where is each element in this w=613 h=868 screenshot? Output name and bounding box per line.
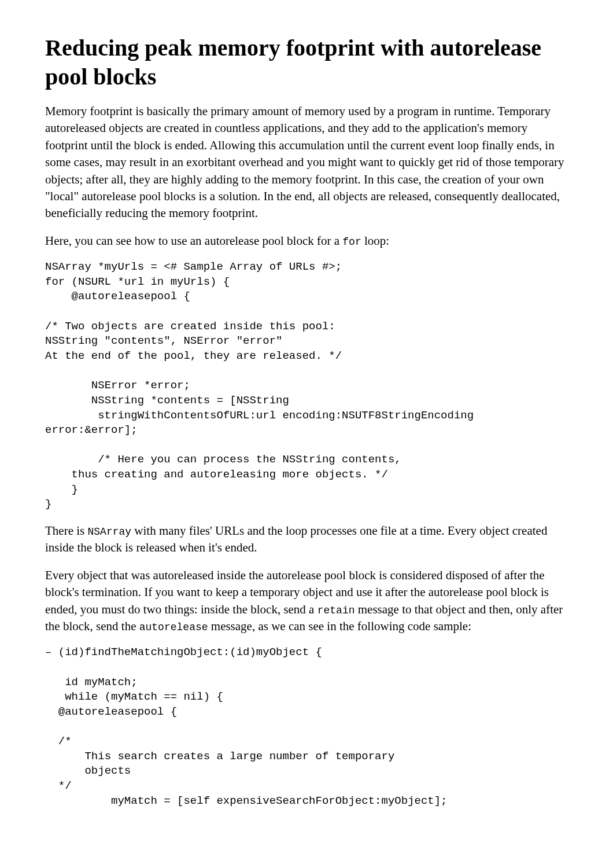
inline-code-nsarray: NSArray [87, 526, 131, 538]
explanation-paragraph-1: There is NSArray with many files' URLs a… [45, 523, 568, 557]
lead-in-paragraph-1: Here, you can see how to use an autorele… [45, 233, 568, 249]
text-fragment: Here, you can see how to use an autorele… [45, 234, 342, 248]
inline-code-for: for [342, 236, 361, 248]
inline-code-retain: retain [317, 605, 355, 616]
page-title: Reducing peak memory footprint with auto… [45, 34, 568, 91]
explanation-paragraph-2: Every object that was autoreleased insid… [45, 567, 568, 635]
intro-paragraph: Memory footprint is basically the primar… [45, 103, 568, 222]
inline-code-autorelease: autorelease [139, 621, 208, 633]
code-block-1: NSArray *myUrls = <# Sample Array of URL… [45, 260, 568, 512]
text-fragment: loop: [361, 234, 389, 248]
code-block-2: – (id)findTheMatchingObject:(id)myObject… [45, 645, 568, 808]
text-fragment: There is [45, 524, 87, 538]
text-fragment: message, as we can see in the following … [208, 619, 471, 633]
